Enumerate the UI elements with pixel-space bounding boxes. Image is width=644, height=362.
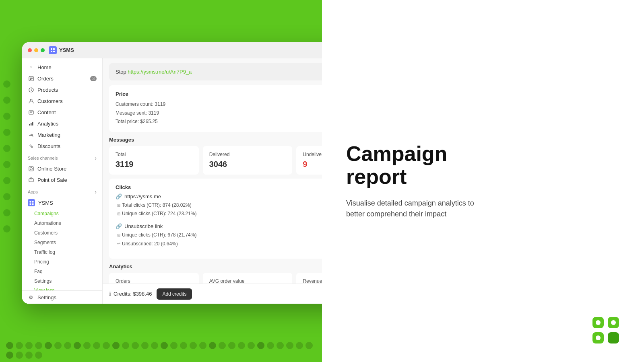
svg-rect-1 — [53, 48, 55, 50]
submenu-traffic-log[interactable]: Traffic log — [22, 247, 102, 257]
campaign-title: Campaignreport — [346, 142, 447, 188]
sidebar-label-analytics: Analytics — [37, 121, 58, 127]
sidebar-label-marketing: Marketing — [37, 132, 60, 138]
submenu-segments-label: Segments — [34, 240, 56, 245]
sidebar-item-analytics[interactable]: Analytics — [22, 118, 102, 129]
ysms-sidebar-icon — [28, 199, 35, 206]
link-icon-2: 🔗 — [116, 223, 122, 229]
submenu-campaigns[interactable]: Campaigns — [22, 209, 102, 218]
svg-rect-20 — [29, 167, 33, 171]
products-icon — [28, 86, 34, 93]
circle-dot — [3, 145, 10, 152]
dot — [25, 352, 33, 359]
close-dot[interactable] — [28, 48, 32, 52]
dot — [151, 342, 158, 349]
left-panel: YSMS ··· ⌂ Home — [0, 0, 322, 362]
sidebar-item-ysms[interactable]: YSMS — [22, 197, 102, 209]
sidebar-item-products[interactable]: Products — [22, 84, 102, 95]
dot — [170, 342, 178, 349]
dot — [35, 352, 42, 359]
svg-rect-25 — [32, 201, 33, 202]
online-store-icon — [28, 165, 34, 172]
dot — [35, 342, 42, 349]
dot — [54, 342, 62, 349]
sidebar-settings[interactable]: ⚙ Settings — [22, 290, 102, 304]
dot — [209, 342, 216, 349]
sidebar-item-content[interactable]: Content — [22, 107, 102, 118]
sidebar-item-marketing[interactable]: Marketing — [22, 129, 102, 140]
svg-point-17 — [30, 145, 31, 146]
sidebar-item-online-store[interactable]: Online Store — [22, 163, 102, 174]
sidebar-label-content: Content — [37, 109, 56, 115]
sidebar-item-home[interactable]: ⌂ Home — [22, 62, 102, 73]
svg-point-18 — [31, 146, 33, 148]
dot — [6, 352, 13, 359]
sidebar-settings-label: Settings — [37, 294, 56, 300]
svg-rect-0 — [51, 48, 52, 50]
submenu-customers[interactable]: Customers — [22, 228, 102, 238]
sidebar-item-customers[interactable]: Customers — [22, 95, 102, 107]
sidebar-item-orders[interactable]: Orders 3 — [22, 73, 102, 84]
info-icon: ℹ — [109, 291, 111, 297]
minimize-dot[interactable] — [34, 48, 38, 52]
add-credits-button[interactable]: Add credits — [157, 288, 192, 300]
sidebar-label-orders: Orders — [37, 76, 54, 82]
circle-dot — [3, 177, 10, 184]
sidebar-label-online-store: Online Store — [37, 166, 66, 172]
dot — [199, 342, 206, 349]
submenu-pricing[interactable]: Pricing — [22, 257, 102, 267]
svg-point-10 — [30, 99, 32, 101]
dot — [141, 342, 149, 349]
content-icon — [28, 109, 34, 115]
circle-dot — [3, 225, 10, 232]
stop-link[interactable]: https://ysms.me/u/An7P9_a — [128, 69, 192, 75]
svg-rect-31 — [608, 332, 619, 343]
dot — [45, 342, 52, 349]
sidebar-label-home: Home — [37, 64, 52, 70]
submenu-faq-label: Faq — [34, 269, 43, 274]
submenu-settings[interactable]: Settings — [22, 276, 102, 286]
submenu-customers-label: Customers — [34, 230, 58, 236]
sidebar-ysms-label: YSMS — [38, 200, 53, 206]
circle-dot — [3, 161, 10, 168]
dot — [64, 342, 71, 349]
dot — [132, 342, 139, 349]
credits-label: Credits: $398.46 — [114, 291, 152, 297]
sidebar-item-point-of-sale[interactable]: Point of Sale — [22, 174, 102, 185]
total-value: 3119 — [116, 160, 192, 169]
dot — [112, 342, 120, 349]
dot — [74, 342, 81, 349]
dot — [103, 342, 110, 349]
dot — [25, 342, 33, 349]
dot — [180, 342, 187, 349]
total-card: Total 3119 — [109, 146, 199, 175]
dot — [257, 342, 264, 349]
maximize-dot[interactable] — [41, 48, 45, 52]
dot — [296, 342, 303, 349]
submenu-automations[interactable]: Automations — [22, 218, 102, 228]
svg-line-19 — [30, 145, 33, 148]
orders-badge: 3 — [90, 76, 97, 81]
dot — [16, 352, 23, 359]
dot — [93, 342, 100, 349]
delivered-card: Delivered 3046 — [203, 146, 293, 175]
submenu-settings-label: Settings — [34, 278, 52, 284]
credits-info: ℹ Credits: $398.46 — [109, 291, 152, 297]
pos-icon — [28, 177, 34, 183]
total-label: Total — [116, 152, 192, 157]
svg-rect-2 — [51, 51, 52, 52]
submenu-pricing-label: Pricing — [34, 259, 49, 265]
circle-dot — [3, 97, 10, 104]
sidebar-label-discounts: Discounts — [37, 143, 60, 149]
dot — [286, 342, 293, 349]
apps-header: Apps › — [22, 185, 102, 197]
submenu-segments[interactable]: Segments — [22, 238, 102, 247]
submenu-faq[interactable]: Faq — [22, 267, 102, 276]
discounts-icon — [28, 143, 34, 149]
svg-rect-15 — [31, 123, 32, 125]
sidebar-item-discounts[interactable]: Discounts — [22, 140, 102, 152]
dots-pattern — [0, 342, 322, 359]
dot — [190, 342, 197, 349]
sidebar-label-pos: Point of Sale — [37, 177, 67, 183]
dot — [6, 342, 13, 349]
